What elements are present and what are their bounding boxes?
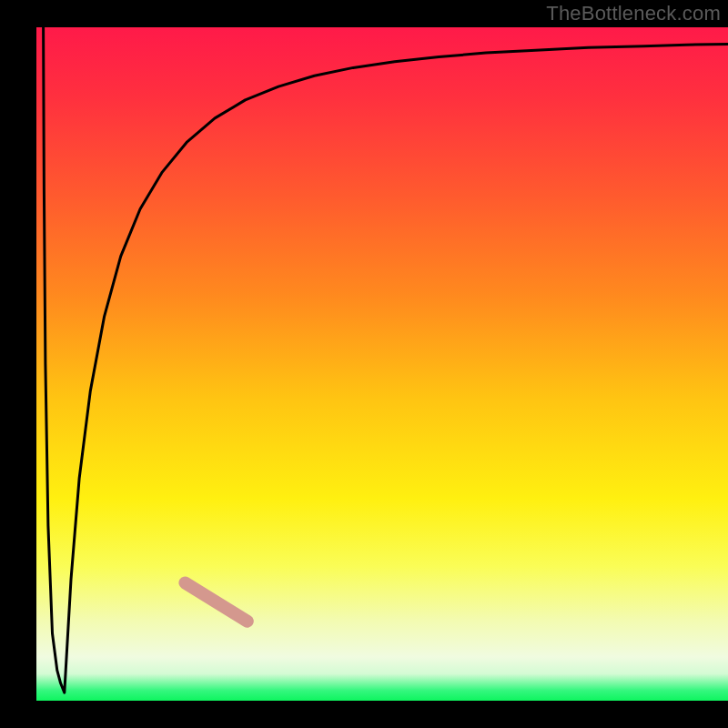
- chart-stage: TheBottleneck.com: [0, 0, 728, 728]
- plot-gradient-background: [36, 27, 728, 701]
- watermark-text: TheBottleneck.com: [546, 2, 721, 25]
- chart-svg: [0, 0, 728, 728]
